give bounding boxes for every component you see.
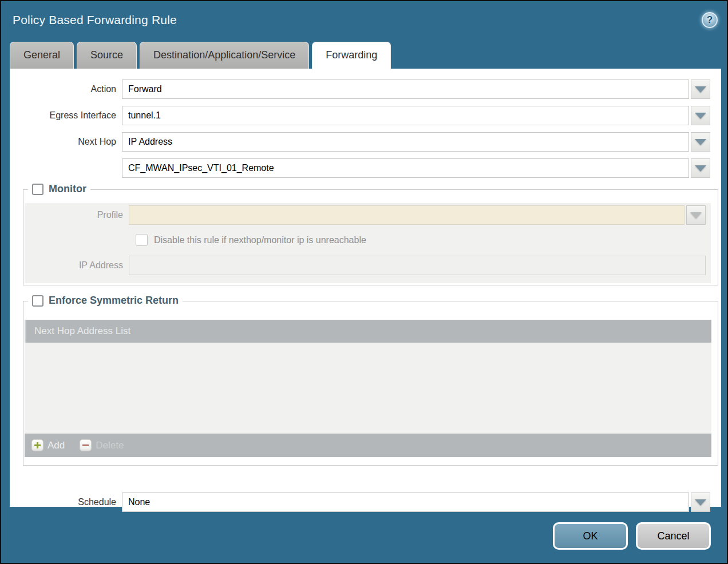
disable-rule-label: Disable this rule if nexthop/monitor ip … <box>154 235 366 245</box>
tab-general[interactable]: General <box>10 42 74 69</box>
next-hop-address-combo: CF_MWAN_IPsec_VTI_01_Remote <box>122 158 710 178</box>
monitor-ip-value <box>129 256 706 275</box>
delete-button-label: Delete <box>96 440 124 451</box>
egress-interface-row: Egress Interface tunnel.1 <box>10 106 721 125</box>
schedule-row: Schedule None <box>10 492 721 512</box>
disable-rule-row: Disable this rule if nexthop/monitor ip … <box>25 234 711 246</box>
symmetric-return-fieldset: Enforce Symmetric Return Next Hop Addres… <box>23 301 718 466</box>
monitor-legend: Monitor <box>28 183 90 195</box>
next-hop-address-value[interactable]: CF_MWAN_IPsec_VTI_01_Remote <box>122 158 689 178</box>
tab-forwarding[interactable]: Forwarding <box>312 42 391 70</box>
action-dropdown-button[interactable] <box>691 80 710 99</box>
chevron-down-icon <box>695 86 706 93</box>
minus-icon <box>80 439 92 451</box>
tab-destination-application-service[interactable]: Destination/Application/Service <box>140 42 309 69</box>
add-button[interactable]: Add <box>31 439 65 451</box>
cancel-button[interactable]: Cancel <box>636 522 711 550</box>
monitor-fieldset: Monitor Profile Disable this rule if nex… <box>23 189 718 285</box>
pbf-rule-dialog: Policy Based Forwarding Rule ? General S… <box>0 0 728 564</box>
action-label: Action <box>10 84 122 94</box>
symmetric-return-checkbox[interactable] <box>32 295 43 307</box>
monitor-ip-label: IP Address <box>25 260 129 271</box>
profile-label: Profile <box>25 210 129 220</box>
schedule-label: Schedule <box>10 497 122 507</box>
next-hop-address-list-header: Next Hop Address List <box>25 320 711 343</box>
plus-icon <box>31 439 43 451</box>
next-hop-row: Next Hop IP Address <box>10 132 721 152</box>
monitor-checkbox[interactable] <box>32 184 43 195</box>
forwarding-tab-panel: Action Forward Egress Interface tunnel.1… <box>10 69 721 507</box>
next-hop-address-row: CF_MWAN_IPsec_VTI_01_Remote <box>10 158 721 178</box>
action-row: Action Forward <box>10 80 721 99</box>
profile-dropdown-button <box>686 205 706 225</box>
tab-source[interactable]: Source <box>77 42 137 69</box>
egress-interface-dropdown-button[interactable] <box>691 106 710 125</box>
chevron-down-icon <box>695 139 706 145</box>
disable-rule-checkbox <box>136 234 148 246</box>
symmetric-return-legend: Enforce Symmetric Return <box>28 295 183 307</box>
egress-interface-label: Egress Interface <box>10 110 122 121</box>
ok-button[interactable]: OK <box>553 522 628 550</box>
profile-value <box>129 205 685 225</box>
next-hop-address-dropdown-button[interactable] <box>691 158 710 178</box>
dialog-title: Policy Based Forwarding Rule <box>13 13 177 27</box>
chevron-down-icon <box>695 499 706 506</box>
action-value[interactable]: Forward <box>122 80 689 99</box>
next-hop-address-list-body <box>25 343 711 434</box>
chevron-down-icon <box>690 212 702 219</box>
schedule-combo: None <box>122 492 710 512</box>
monitor-body: Profile Disable this rule if nexthop/mon… <box>25 203 711 283</box>
egress-interface-value[interactable]: tunnel.1 <box>122 106 689 125</box>
monitor-ip-row: IP Address <box>25 256 711 275</box>
profile-row: Profile <box>25 205 711 225</box>
next-hop-address-table: Next Hop Address List Add Delete <box>25 320 711 457</box>
symmetric-return-legend-label: Enforce Symmetric Return <box>49 295 179 307</box>
schedule-dropdown-button[interactable] <box>691 492 710 512</box>
next-hop-combo: IP Address <box>122 132 710 152</box>
next-hop-label: Next Hop <box>10 137 122 147</box>
tab-strip: General Source Destination/Application/S… <box>10 39 727 69</box>
help-icon[interactable]: ? <box>702 12 718 28</box>
next-hop-address-list-toolbar: Add Delete <box>25 434 711 457</box>
title-bar: Policy Based Forwarding Rule ? <box>1 1 727 39</box>
schedule-value[interactable]: None <box>122 492 689 512</box>
add-button-label: Add <box>48 440 65 451</box>
action-combo: Forward <box>122 80 710 99</box>
chevron-down-icon <box>695 165 706 172</box>
egress-interface-combo: tunnel.1 <box>122 106 710 125</box>
next-hop-dropdown-button[interactable] <box>691 132 710 152</box>
dialog-footer: OK Cancel <box>1 507 727 563</box>
chevron-down-icon <box>695 113 706 119</box>
next-hop-type-value[interactable]: IP Address <box>122 132 689 152</box>
monitor-legend-label: Monitor <box>49 183 86 195</box>
delete-button: Delete <box>80 439 124 451</box>
